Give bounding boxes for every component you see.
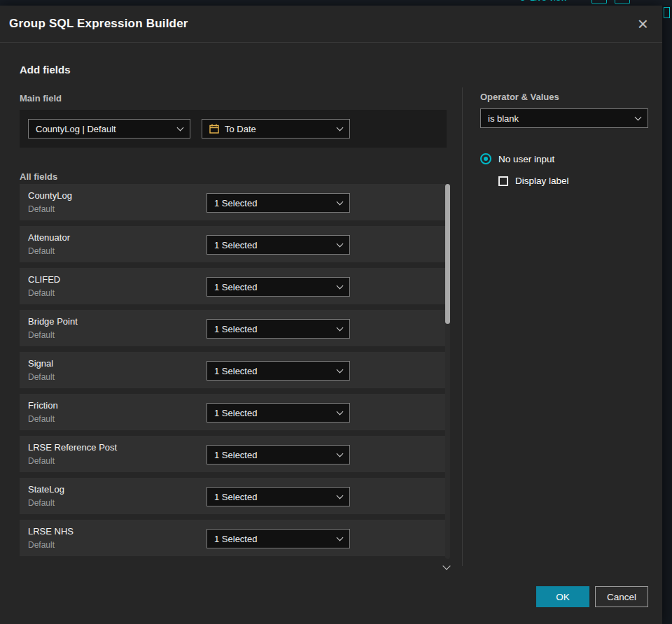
operator-values-panel: Operator & Values is blank No user input… <box>480 92 648 186</box>
field-dropdown-value: 1 Selected <box>214 408 257 418</box>
background-toolbar-icon <box>592 0 607 4</box>
dialog-body: Add fields Main field CountyLog | Defaul… <box>0 43 662 624</box>
date-dropdown-content: To Date <box>209 124 256 134</box>
chevron-down-icon <box>635 114 642 121</box>
ok-button[interactable]: OK <box>536 586 589 607</box>
main-field-dropdown[interactable]: CountyLog | Default <box>28 119 190 139</box>
main-field-bar: CountyLog | Default To Date <box>20 110 447 148</box>
background-right-strip <box>662 6 672 624</box>
list-scrollbar[interactable] <box>445 184 450 559</box>
chevron-down-icon <box>337 451 344 458</box>
scroll-down-arrow-icon[interactable] <box>442 562 450 569</box>
field-row: Signal Default 1 Selected <box>20 352 447 388</box>
dialog-title: Group SQL Expression Builder <box>9 17 188 31</box>
live-view-label: Live view <box>530 0 567 3</box>
field-selection-dropdown[interactable]: 1 Selected <box>206 319 350 339</box>
live-view-indicator: Live view <box>519 0 567 3</box>
scrollbar-thumb[interactable] <box>445 184 450 324</box>
field-dropdown-value: 1 Selected <box>214 450 257 460</box>
background-app-strip: Live view <box>0 0 672 6</box>
cancel-button[interactable]: Cancel <box>595 586 648 607</box>
field-row: Friction Default 1 Selected <box>20 394 447 430</box>
field-dropdown-value: 1 Selected <box>214 492 257 502</box>
field-selection-dropdown[interactable]: 1 Selected <box>206 235 350 255</box>
operator-values-label: Operator & Values <box>480 92 648 102</box>
field-selection-dropdown[interactable]: 1 Selected <box>206 529 350 548</box>
no-user-input-label: No user input <box>498 154 554 164</box>
field-selection-dropdown[interactable]: 1 Selected <box>206 277 350 297</box>
all-fields-label: All fields <box>20 171 57 182</box>
field-row: Attenuator Default 1 Selected <box>20 226 447 262</box>
chevron-down-icon <box>337 125 344 132</box>
close-icon[interactable]: × <box>635 15 651 33</box>
operator-dropdown-value: is blank <box>488 113 519 124</box>
field-selection-dropdown[interactable]: 1 Selected <box>206 361 350 381</box>
date-dropdown-value: To Date <box>225 124 256 134</box>
chevron-down-icon <box>337 199 344 206</box>
field-dropdown-value: 1 Selected <box>214 282 257 292</box>
field-dropdown-value: 1 Selected <box>214 240 257 250</box>
chevron-down-icon <box>177 125 184 132</box>
field-selection-dropdown[interactable]: 1 Selected <box>206 403 350 423</box>
field-row: LRSE NHS Default 1 Selected <box>20 520 447 556</box>
dialog-footer: OK Cancel <box>536 586 648 607</box>
display-label-text: Display label <box>515 176 569 186</box>
chevron-down-icon <box>337 241 344 248</box>
checkbox-unchecked-icon <box>498 176 508 186</box>
vertical-divider <box>462 87 463 566</box>
background-toolbar-icon <box>615 0 630 4</box>
operator-dropdown[interactable]: is blank <box>480 108 648 128</box>
display-label-checkbox-row[interactable]: Display label <box>498 176 648 186</box>
chevron-down-icon <box>337 492 344 499</box>
chevron-down-icon <box>337 325 344 332</box>
sql-expression-builder-dialog: Group SQL Expression Builder × Add field… <box>0 6 662 624</box>
field-dropdown-value: 1 Selected <box>214 534 257 544</box>
all-fields-list: CountyLog Default 1 Selected Attenuator … <box>20 184 447 562</box>
field-dropdown-value: 1 Selected <box>214 366 257 376</box>
chevron-down-icon <box>337 283 344 290</box>
field-row: CLIFED Default 1 Selected <box>20 268 447 304</box>
chevron-down-icon <box>337 534 344 541</box>
no-user-input-radio[interactable]: No user input <box>480 153 648 164</box>
field-dropdown-value: 1 Selected <box>214 198 257 208</box>
field-row: CountyLog Default 1 Selected <box>20 184 447 220</box>
main-field-label: Main field <box>20 93 62 104</box>
field-row: LRSE Reference Post Default 1 Selected <box>20 436 447 472</box>
dialog-titlebar: Group SQL Expression Builder × <box>0 6 662 43</box>
field-row: StateLog Default 1 Selected <box>20 478 447 514</box>
field-selection-dropdown[interactable]: 1 Selected <box>206 193 350 213</box>
add-fields-heading: Add fields <box>20 64 71 76</box>
background-panel-icon <box>664 7 670 18</box>
field-dropdown-value: 1 Selected <box>214 324 257 334</box>
calendar-icon <box>209 124 219 134</box>
live-view-dot-icon <box>519 0 526 1</box>
field-row: Bridge Point Default 1 Selected <box>20 310 447 346</box>
main-field-dropdown-value: CountyLog | Default <box>36 124 116 134</box>
chevron-down-icon <box>337 367 344 374</box>
date-field-dropdown[interactable]: To Date <box>202 119 350 139</box>
field-selection-dropdown[interactable]: 1 Selected <box>206 445 350 465</box>
radio-selected-icon <box>480 153 491 164</box>
field-selection-dropdown[interactable]: 1 Selected <box>206 487 350 506</box>
chevron-down-icon <box>337 409 344 416</box>
